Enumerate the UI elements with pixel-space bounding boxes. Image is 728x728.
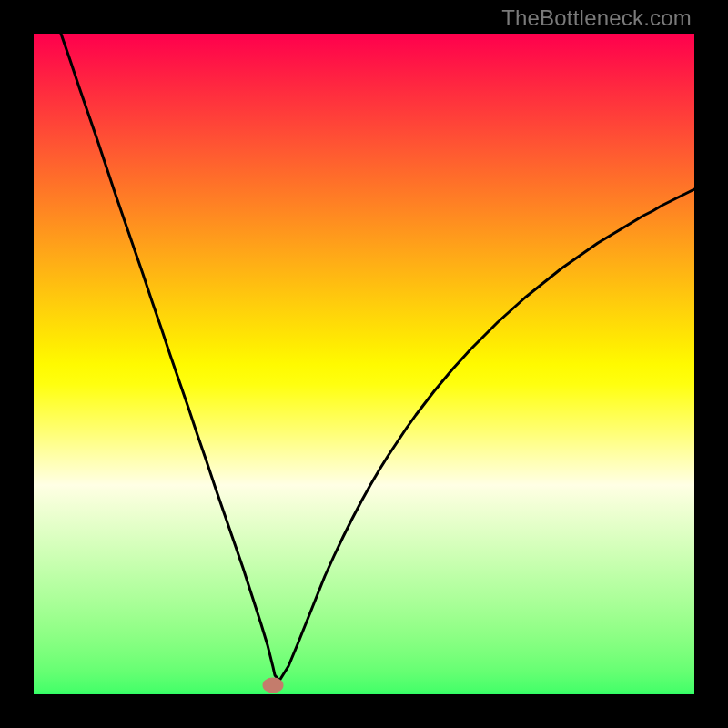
watermark-text: TheBottleneck.com	[501, 5, 692, 31]
optimal-point-marker	[263, 678, 284, 693]
chart-plot-area	[34, 34, 694, 694]
bottleneck-curve	[61, 34, 694, 681]
chart-frame: TheBottleneck.com	[0, 0, 728, 728]
chart-curve-svg	[34, 34, 694, 694]
